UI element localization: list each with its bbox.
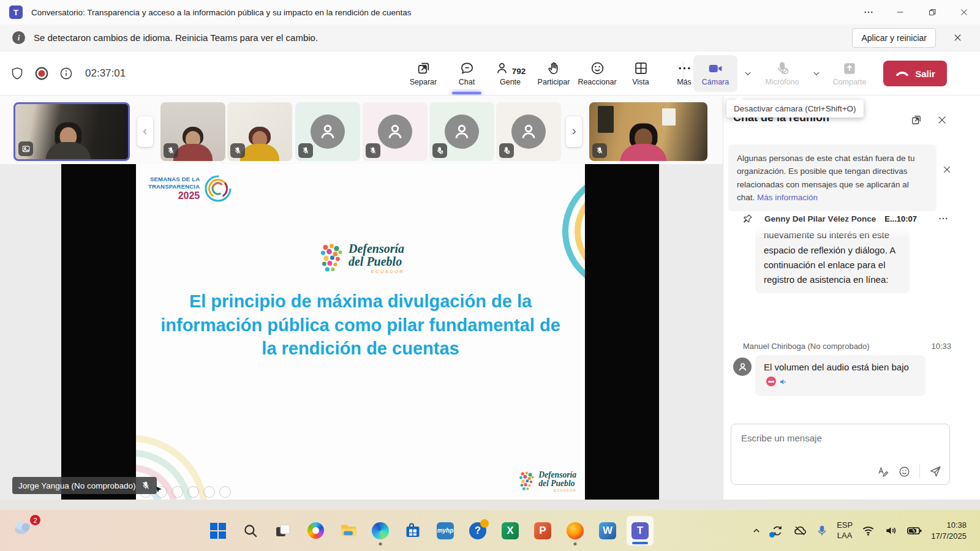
taskbar-myhp-button[interactable]: myhp [436, 522, 454, 540]
self-video-tile[interactable] [13, 102, 130, 161]
presenter-name-label: Jorge Yangua (No comprobado) [12, 477, 157, 494]
message-composer[interactable]: Escribe un mensaje [731, 424, 950, 485]
taskbar-hp-support-button[interactable]: ? [469, 522, 487, 540]
microphone-button[interactable]: Micrófono [758, 55, 806, 92]
participant-avatar-tile[interactable] [496, 102, 561, 161]
person-icon [518, 121, 539, 142]
powerpoint-icon: P [534, 522, 551, 539]
send-icon[interactable] [929, 465, 942, 478]
window-restore-button[interactable] [916, 0, 948, 24]
taskbar-copilot-button[interactable] [306, 522, 325, 540]
excel-icon: X [502, 522, 519, 539]
gente-button[interactable]: 792 Gente [490, 51, 530, 96]
composer-placeholder: Escribe un mensaje [741, 433, 822, 443]
camera-options-chevron-icon[interactable] [742, 68, 753, 79]
banner-message: Se detectaron cambios de idioma. Reinici… [34, 32, 318, 43]
keyboard-language-indicator[interactable]: ESP LAA [837, 520, 853, 541]
mic-off-icon [301, 146, 310, 155]
volume-icon[interactable] [884, 523, 898, 538]
taskbar-clock[interactable]: 10:38 17/7/2025 [931, 520, 967, 541]
participant-avatar-tile[interactable] [295, 102, 360, 161]
taskbar-edge-button[interactable] [371, 522, 390, 540]
popout-chat-icon[interactable] [910, 114, 922, 126]
vista-button[interactable]: Vista [620, 51, 661, 96]
emoji-icon[interactable] [898, 465, 911, 478]
taskbar-taskview-button[interactable] [274, 522, 292, 540]
taskbar-firefox-button[interactable] [566, 522, 584, 540]
grid-view-icon [633, 61, 649, 76]
taskbar-search-button[interactable] [241, 522, 260, 540]
org-name: del Pueblo [538, 479, 576, 488]
tray-mic-icon[interactable] [816, 525, 828, 537]
laser-pointer-button[interactable] [172, 486, 183, 498]
participant-video-tile[interactable] [160, 102, 225, 161]
leave-button[interactable]: Salir [883, 61, 947, 86]
org-country: ECUADOR [538, 489, 576, 492]
taskbar-start-button[interactable] [209, 522, 227, 540]
mic-blocked-badge [499, 143, 514, 158]
notice-close-button[interactable] [941, 164, 952, 175]
onedrive-offline-icon[interactable] [793, 523, 807, 538]
banner-close-button[interactable] [943, 32, 971, 43]
meeting-info-icon[interactable] [59, 66, 74, 81]
chevron-left-icon [140, 127, 150, 137]
window-close-button[interactable] [948, 0, 980, 24]
weather-widget[interactable]: 2 [12, 517, 40, 543]
spotlight-video-tile[interactable] [589, 102, 707, 161]
separar-button[interactable]: Separar [403, 51, 443, 96]
filmstrip-next-button[interactable] [566, 116, 582, 147]
pinned-time: E...10:07 [884, 214, 917, 223]
filmstrip-prev-button[interactable] [137, 116, 153, 147]
tray-sync-button[interactable] [771, 524, 784, 538]
more-slide-options-button[interactable] [219, 486, 231, 498]
close-chat-icon[interactable] [936, 114, 948, 126]
taskbar-file-explorer-button[interactable] [339, 522, 357, 540]
shield-icon[interactable] [10, 66, 24, 81]
restore-icon [927, 7, 938, 18]
minimize-icon [895, 7, 906, 18]
person-icon [317, 121, 338, 142]
participant-silhouette [238, 127, 281, 161]
pinned-more-button[interactable] [938, 213, 949, 224]
format-text-icon[interactable] [876, 465, 889, 478]
window-minimize-button[interactable] [884, 0, 916, 24]
mic-disabled-icon [774, 61, 790, 77]
mic-muted-badge [164, 143, 178, 158]
button-label: Salir [915, 69, 935, 79]
taskbar-store-button[interactable] [404, 522, 422, 540]
dots-horizontal-icon [863, 7, 874, 18]
taskbar-excel-button[interactable]: X [501, 522, 519, 540]
taskbar-powerpoint-button[interactable]: P [533, 522, 552, 540]
reaccionar-button[interactable]: Reaccionar [577, 51, 617, 96]
wifi-icon[interactable] [861, 523, 875, 538]
participant-avatar-tile[interactable] [363, 102, 428, 161]
weather-alert-badge: 2 [30, 515, 40, 525]
take-control-button[interactable] [187, 486, 199, 498]
chat-button[interactable]: Chat [447, 51, 487, 96]
running-indicator [574, 542, 577, 545]
recording-indicator-icon [34, 66, 50, 81]
participant-video-tile[interactable] [227, 102, 292, 161]
battery-charging-icon[interactable] [907, 523, 922, 539]
taskbar-word-button[interactable]: W [598, 522, 617, 540]
info-icon: i [12, 31, 25, 44]
chat-message-list[interactable]: ponentes. Agradecemos nuevamente su inte… [723, 227, 980, 424]
apply-restart-button[interactable]: Aplicar y reiniciar [852, 28, 936, 48]
mic-off-icon [167, 146, 175, 155]
taskbar-teams-button[interactable]: T [627, 516, 654, 545]
window-more-button[interactable] [853, 0, 884, 24]
participar-button[interactable]: Participar [533, 51, 574, 96]
share-button[interactable]: Comparte [827, 55, 872, 92]
participant-avatar-tile[interactable] [429, 102, 494, 161]
tray-chevron-up-icon[interactable] [751, 525, 762, 536]
mic-options-chevron-icon[interactable] [811, 68, 822, 79]
camera-button[interactable]: Cámara [693, 55, 737, 92]
more-info-link[interactable]: Más información [757, 193, 818, 202]
button-label: Participar [538, 78, 570, 86]
stage-letterbox: SEMANAS DE LA TRANSPARENCIA 2025 [61, 164, 659, 500]
zoom-slide-button[interactable] [203, 486, 215, 498]
message-time: 10:33 [931, 342, 951, 351]
button-label: Micrófono [766, 78, 799, 86]
raised-hand-icon [546, 61, 562, 76]
video-effects-button[interactable] [18, 141, 33, 156]
